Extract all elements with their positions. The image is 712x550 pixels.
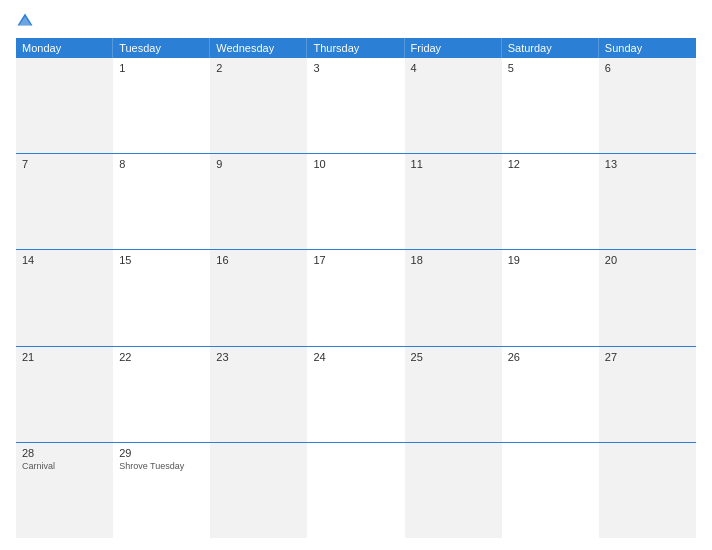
- header: [16, 12, 696, 30]
- day-number: 28: [22, 447, 107, 459]
- logo: [16, 12, 38, 30]
- calendar-cell[interactable]: 6: [599, 58, 696, 153]
- calendar-cell[interactable]: 14: [16, 250, 113, 345]
- day-number: 26: [508, 351, 593, 363]
- calendar-cell[interactable]: 18: [405, 250, 502, 345]
- calendar-cell[interactable]: [307, 443, 404, 538]
- calendar-cell[interactable]: [502, 443, 599, 538]
- day-header-friday: Friday: [405, 38, 502, 58]
- calendar-cell[interactable]: 4: [405, 58, 502, 153]
- calendar-cell[interactable]: 10: [307, 154, 404, 249]
- day-number: 13: [605, 158, 690, 170]
- calendar-cell[interactable]: [210, 443, 307, 538]
- calendar-cell[interactable]: 25: [405, 347, 502, 442]
- day-number: 16: [216, 254, 301, 266]
- day-number: 24: [313, 351, 398, 363]
- calendar-header: MondayTuesdayWednesdayThursdayFridaySatu…: [16, 38, 696, 58]
- day-number: 4: [411, 62, 496, 74]
- calendar-cell[interactable]: 3: [307, 58, 404, 153]
- day-header-saturday: Saturday: [502, 38, 599, 58]
- calendar-cell[interactable]: 16: [210, 250, 307, 345]
- day-number: 19: [508, 254, 593, 266]
- day-number: 1: [119, 62, 204, 74]
- calendar-cell[interactable]: 2: [210, 58, 307, 153]
- day-number: 10: [313, 158, 398, 170]
- calendar-cell[interactable]: [599, 443, 696, 538]
- day-number: 27: [605, 351, 690, 363]
- calendar-page: MondayTuesdayWednesdayThursdayFridaySatu…: [0, 0, 712, 550]
- calendar-cell[interactable]: 23: [210, 347, 307, 442]
- calendar-cell[interactable]: [16, 58, 113, 153]
- calendar-week: 21222324252627: [16, 347, 696, 443]
- day-number: 17: [313, 254, 398, 266]
- calendar-cell[interactable]: 9: [210, 154, 307, 249]
- day-number: 6: [605, 62, 690, 74]
- day-number: 11: [411, 158, 496, 170]
- day-number: 7: [22, 158, 107, 170]
- event-label: Carnival: [22, 461, 107, 471]
- day-number: 9: [216, 158, 301, 170]
- calendar-cell[interactable]: 15: [113, 250, 210, 345]
- calendar-cell[interactable]: 17: [307, 250, 404, 345]
- day-number: 22: [119, 351, 204, 363]
- day-header-tuesday: Tuesday: [113, 38, 210, 58]
- calendar-cell[interactable]: 5: [502, 58, 599, 153]
- calendar-cell[interactable]: 24: [307, 347, 404, 442]
- day-number: 21: [22, 351, 107, 363]
- day-header-sunday: Sunday: [599, 38, 696, 58]
- calendar-week: 78910111213: [16, 154, 696, 250]
- day-number: 25: [411, 351, 496, 363]
- day-number: 23: [216, 351, 301, 363]
- calendar-body: 1234567891011121314151617181920212223242…: [16, 58, 696, 538]
- calendar-cell[interactable]: 12: [502, 154, 599, 249]
- logo-icon: [16, 12, 34, 30]
- day-number: 15: [119, 254, 204, 266]
- calendar-cell[interactable]: 13: [599, 154, 696, 249]
- calendar-cell[interactable]: 11: [405, 154, 502, 249]
- calendar-cell[interactable]: 8: [113, 154, 210, 249]
- calendar-week: 28Carnival29Shrove Tuesday: [16, 443, 696, 538]
- calendar-cell[interactable]: 21: [16, 347, 113, 442]
- calendar-cell[interactable]: 29Shrove Tuesday: [113, 443, 210, 538]
- calendar-week: 123456: [16, 58, 696, 154]
- calendar-cell[interactable]: 27: [599, 347, 696, 442]
- calendar-cell[interactable]: 28Carnival: [16, 443, 113, 538]
- calendar-week: 14151617181920: [16, 250, 696, 346]
- day-header-monday: Monday: [16, 38, 113, 58]
- day-number: 29: [119, 447, 204, 459]
- day-number: 18: [411, 254, 496, 266]
- calendar: MondayTuesdayWednesdayThursdayFridaySatu…: [16, 38, 696, 538]
- day-number: 14: [22, 254, 107, 266]
- day-number: 2: [216, 62, 301, 74]
- day-number: 12: [508, 158, 593, 170]
- calendar-cell[interactable]: 22: [113, 347, 210, 442]
- day-number: 20: [605, 254, 690, 266]
- calendar-cell[interactable]: 7: [16, 154, 113, 249]
- day-header-wednesday: Wednesday: [210, 38, 307, 58]
- calendar-cell[interactable]: 20: [599, 250, 696, 345]
- day-header-thursday: Thursday: [307, 38, 404, 58]
- event-label: Shrove Tuesday: [119, 461, 204, 471]
- day-number: 5: [508, 62, 593, 74]
- calendar-cell[interactable]: [405, 443, 502, 538]
- day-number: 3: [313, 62, 398, 74]
- calendar-cell[interactable]: 1: [113, 58, 210, 153]
- calendar-cell[interactable]: 26: [502, 347, 599, 442]
- day-number: 8: [119, 158, 204, 170]
- calendar-cell[interactable]: 19: [502, 250, 599, 345]
